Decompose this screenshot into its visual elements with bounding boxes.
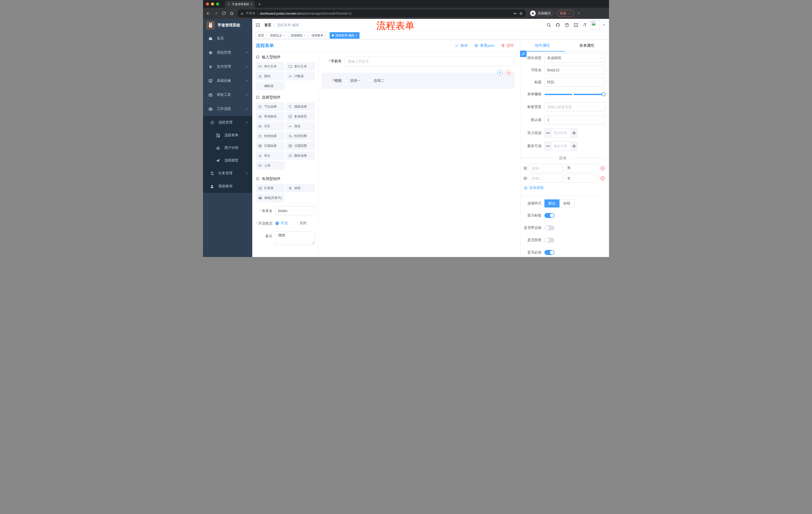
palette-item[interactable]: 时间选择 bbox=[256, 132, 285, 140]
sidebar-item[interactable]: 流程模型 bbox=[203, 154, 252, 167]
github-icon[interactable] bbox=[555, 23, 560, 27]
palette-item[interactable]: 单选框组 bbox=[256, 112, 285, 121]
option-style-button[interactable]: 默认 bbox=[545, 199, 559, 208]
palette-item[interactable]: 123 计数器 bbox=[286, 72, 315, 80]
palette-item[interactable]: 按钮 bbox=[286, 184, 315, 192]
palette-item[interactable]: 日期范围 bbox=[286, 141, 315, 150]
remove-option-icon[interactable] bbox=[600, 176, 605, 181]
link-icon[interactable] bbox=[520, 51, 527, 57]
search-icon[interactable] bbox=[546, 23, 551, 27]
tag-tab[interactable]: 流程模型 × bbox=[288, 32, 308, 39]
form-grid-slider[interactable] bbox=[545, 90, 605, 99]
toggle-switch[interactable] bbox=[545, 213, 554, 218]
palette-item[interactable]: 评分 bbox=[256, 152, 285, 160]
browser-caret-icon[interactable]: ▼ bbox=[578, 12, 580, 15]
field-name-input[interactable] bbox=[545, 65, 605, 75]
min-select-stepper[interactable]: 至少应选 bbox=[545, 129, 578, 138]
toggle-switch[interactable] bbox=[545, 238, 554, 243]
palette-item[interactable]: 下拉选择 bbox=[256, 102, 285, 111]
close-tag-icon[interactable]: × bbox=[325, 34, 326, 37]
browser-menu-icon[interactable] bbox=[568, 12, 571, 15]
option-name-input[interactable] bbox=[529, 174, 563, 183]
tab-component-props[interactable]: 组件属性 bbox=[520, 40, 565, 51]
close-tag-icon[interactable]: × bbox=[355, 34, 357, 37]
form-name-input[interactable] bbox=[276, 206, 315, 215]
close-tab-icon[interactable]: ✕ bbox=[250, 2, 253, 6]
label-width-input[interactable] bbox=[545, 102, 605, 111]
bookmark-star-icon[interactable] bbox=[519, 11, 523, 15]
tag-tab[interactable]: 流程表单-编辑 × bbox=[330, 32, 359, 39]
drag-handle-icon[interactable] bbox=[523, 166, 527, 170]
avatar-caret-icon[interactable]: ▼ bbox=[603, 24, 605, 26]
palette-item[interactable]: 级联选择 bbox=[286, 102, 315, 111]
gender-option-checkbox[interactable]: 选项二 bbox=[368, 78, 384, 83]
option-value-input[interactable] bbox=[565, 174, 599, 183]
form-remark-textarea[interactable]: 嘿嘿 bbox=[276, 231, 315, 245]
view-json-button[interactable]: 查看json bbox=[474, 43, 494, 48]
minimize-window-button[interactable] bbox=[211, 2, 214, 5]
back-icon[interactable] bbox=[206, 11, 210, 16]
add-option-button[interactable]: 添加选项 bbox=[520, 186, 605, 190]
option-value-input[interactable] bbox=[565, 164, 599, 172]
sidebar-item[interactable]: 工作流程 bbox=[203, 102, 252, 116]
palette-item[interactable]: 密码 bbox=[256, 72, 285, 80]
forward-icon[interactable] bbox=[214, 11, 218, 16]
component-type-select[interactable]: 多选框组 bbox=[545, 54, 605, 63]
hamburger-icon[interactable] bbox=[255, 23, 260, 28]
window-controls[interactable] bbox=[203, 2, 222, 5]
stepper-minus-button[interactable] bbox=[545, 142, 551, 151]
stepper-plus-button[interactable] bbox=[571, 129, 577, 137]
slider-handle[interactable] bbox=[602, 92, 606, 96]
sidebar-item[interactable]: 任务管理 bbox=[203, 167, 252, 180]
sidebar-item[interactable]: 流程表单 bbox=[203, 129, 252, 141]
stepper-plus-button[interactable] bbox=[571, 142, 577, 151]
sidebar-item[interactable]: 系统管理 bbox=[203, 46, 252, 60]
phone-field-row[interactable]: *手机号 bbox=[322, 57, 515, 66]
tag-tab[interactable]: 流程表单 × bbox=[309, 32, 328, 39]
browser-tab[interactable]: 芋道管理系统 ✕ bbox=[225, 1, 255, 8]
palette-item[interactable]: 单行文本 bbox=[256, 62, 285, 71]
sidebar-item[interactable]: 基础设施 bbox=[203, 74, 252, 88]
palette-item[interactable]: 多选框组 bbox=[286, 112, 315, 121]
address-bar[interactable]: 不安全 dashboard.yudao.iocoder.cn/bpm/manag… bbox=[237, 9, 526, 17]
toggle-switch[interactable] bbox=[545, 225, 554, 231]
avatar[interactable] bbox=[591, 20, 600, 30]
new-tab-button[interactable]: + bbox=[258, 2, 261, 7]
phone-input[interactable] bbox=[344, 57, 515, 66]
tag-tab[interactable]: 流程定义 × bbox=[267, 32, 287, 39]
palette-item[interactable]: 日期选择 bbox=[256, 141, 285, 150]
option-name-input[interactable] bbox=[529, 164, 563, 172]
page-url[interactable]: dashboard.yudao.iocoder.cn/bpm/manager/f… bbox=[260, 11, 511, 15]
copy-component-button[interactable] bbox=[497, 70, 503, 76]
palette-item[interactable]: 多行文本 bbox=[286, 62, 315, 71]
close-tag-icon[interactable]: × bbox=[283, 34, 285, 37]
reload-icon[interactable] bbox=[222, 11, 226, 16]
drag-handle-icon[interactable] bbox=[523, 176, 527, 180]
status-off-radio[interactable]: 关闭 bbox=[294, 221, 307, 225]
sidebar-item[interactable]: 用户分组 bbox=[203, 141, 252, 154]
fullscreen-icon[interactable] bbox=[574, 23, 578, 27]
default-value-input[interactable] bbox=[545, 115, 605, 125]
palette-item[interactable]: 开关 bbox=[256, 122, 285, 131]
delete-component-button[interactable] bbox=[505, 70, 511, 76]
min-select-placeholder[interactable]: 至少应选 bbox=[551, 129, 571, 137]
key-icon[interactable] bbox=[513, 11, 517, 15]
palette-item[interactable]: 时间范围 bbox=[286, 132, 315, 140]
font-size-icon[interactable]: тT bbox=[583, 23, 586, 27]
selected-component-block[interactable]: *性别 选项一 选项二 bbox=[322, 73, 515, 89]
clear-button[interactable]: 清空 bbox=[501, 43, 514, 48]
sidebar-item[interactable]: 首页 bbox=[203, 31, 252, 46]
tab-form-props[interactable]: 表单属性 bbox=[565, 40, 609, 51]
maximize-window-button[interactable] bbox=[216, 2, 219, 5]
max-select-placeholder[interactable]: 最多可选 bbox=[551, 142, 571, 151]
option-style-button[interactable]: 按钮 bbox=[559, 199, 574, 208]
palette-item[interactable]: 编辑器 bbox=[256, 82, 285, 90]
tag-tab[interactable]: 首页 × bbox=[256, 32, 266, 39]
palette-item[interactable]: 颜色选择 bbox=[286, 152, 315, 160]
toggle-switch[interactable] bbox=[545, 250, 554, 255]
stepper-minus-button[interactable] bbox=[545, 129, 551, 137]
sidebar-item[interactable]: 支付管理 bbox=[203, 60, 252, 74]
sidebar-item[interactable]: 研发工具 bbox=[203, 88, 252, 102]
form-canvas[interactable]: *手机号 *性别 选项一 选项二 bbox=[318, 52, 520, 257]
palette-item[interactable]: 行容器 bbox=[256, 184, 285, 192]
